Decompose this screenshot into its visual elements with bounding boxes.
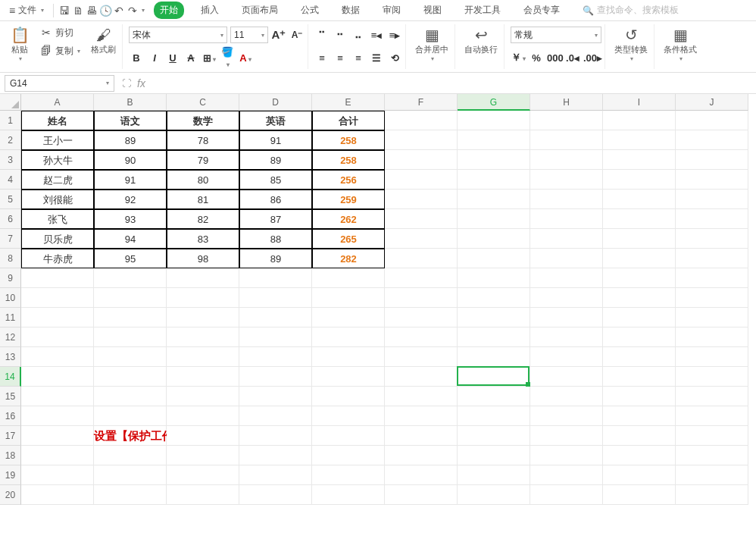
cell-B8[interactable]: 95 — [94, 249, 167, 268]
cell-G10[interactable] — [458, 288, 530, 308]
cell-C9[interactable] — [167, 268, 239, 288]
cell-E4[interactable]: 256 — [312, 170, 385, 190]
cell-H7[interactable] — [530, 229, 603, 249]
cell-B19[interactable] — [94, 465, 167, 485]
cell-B17[interactable]: 设置【保护工作表】 — [94, 426, 167, 446]
cond-format-button[interactable]: ▦ 条件格式▾ — [661, 24, 700, 64]
cell-G12[interactable] — [458, 327, 530, 347]
align-middle-button[interactable]: ⠒ — [333, 30, 348, 41]
cell-G13[interactable] — [458, 347, 530, 367]
cell-A5[interactable]: 刘很能 — [21, 190, 94, 209]
cell-I10[interactable] — [603, 288, 676, 308]
cell-G11[interactable] — [458, 308, 530, 327]
cell-E1[interactable]: 合计 — [312, 111, 385, 130]
cell-I18[interactable] — [603, 446, 676, 465]
cell-C16[interactable] — [167, 406, 239, 426]
tab-插入[interactable]: 插入 — [195, 2, 225, 19]
preview-icon[interactable]: 🕓 — [99, 5, 111, 17]
strike-button[interactable]: A — [183, 52, 198, 64]
cell-J6[interactable] — [676, 209, 748, 229]
align-bottom-button[interactable]: ⠤ — [351, 30, 366, 41]
cell-E9[interactable] — [312, 268, 385, 288]
cell-A15[interactable] — [21, 387, 94, 406]
cell-C5[interactable]: 81 — [167, 190, 239, 209]
cell-J19[interactable] — [676, 465, 748, 485]
cell-C11[interactable] — [167, 308, 239, 327]
cell-A19[interactable] — [21, 465, 94, 485]
cell-A13[interactable] — [21, 347, 94, 367]
cell-C15[interactable] — [167, 387, 239, 406]
cell-I4[interactable] — [603, 170, 676, 190]
cell-D2[interactable]: 91 — [239, 130, 312, 150]
justify-button[interactable]: ☰ — [369, 52, 384, 64]
dec-dec-button[interactable]: .00▸ — [583, 52, 598, 64]
col-header-H[interactable]: H — [530, 94, 603, 111]
align-center-button[interactable]: ≡ — [333, 52, 348, 64]
cell-F11[interactable] — [385, 308, 458, 327]
chevron-down-icon[interactable]: ▾ — [142, 7, 145, 14]
cell-I17[interactable] — [603, 426, 676, 446]
cell-E14[interactable] — [312, 367, 385, 387]
align-left-button[interactable]: ≡ — [314, 52, 330, 64]
cell-B7[interactable]: 94 — [94, 229, 167, 249]
cell-I3[interactable] — [603, 150, 676, 170]
cell-H1[interactable] — [530, 111, 603, 130]
cell-G15[interactable] — [458, 387, 530, 406]
cell-H12[interactable] — [530, 327, 603, 347]
cell-H13[interactable] — [530, 347, 603, 367]
cell-A18[interactable] — [21, 446, 94, 465]
cell-F3[interactable] — [385, 150, 458, 170]
cell-J9[interactable] — [676, 268, 748, 288]
cell-D4[interactable]: 85 — [239, 170, 312, 190]
cell-B13[interactable] — [94, 347, 167, 367]
cell-D12[interactable] — [239, 327, 312, 347]
currency-button[interactable]: ￥▾ — [511, 51, 526, 64]
cell-E12[interactable] — [312, 327, 385, 347]
cell-A2[interactable]: 王小一 — [21, 130, 94, 150]
cell-F16[interactable] — [385, 406, 458, 426]
cell-D11[interactable] — [239, 308, 312, 327]
cell-H14[interactable] — [530, 367, 603, 387]
col-header-E[interactable]: E — [312, 94, 385, 111]
cell-J15[interactable] — [676, 387, 748, 406]
row-header-19[interactable]: 19 — [0, 465, 21, 485]
cell-C12[interactable] — [167, 327, 239, 347]
cell-B5[interactable]: 92 — [94, 190, 167, 209]
cell-C17[interactable] — [167, 426, 239, 446]
cell-C6[interactable]: 82 — [167, 209, 239, 229]
tab-公式[interactable]: 公式 — [295, 2, 325, 19]
cell-D7[interactable]: 88 — [239, 229, 312, 249]
cell-F13[interactable] — [385, 347, 458, 367]
cell-B4[interactable]: 91 — [94, 170, 167, 190]
cell-C19[interactable] — [167, 465, 239, 485]
cell-H15[interactable] — [530, 387, 603, 406]
tab-视图[interactable]: 视图 — [417, 2, 448, 19]
cell-B11[interactable] — [94, 308, 167, 327]
row-header-7[interactable]: 7 — [0, 229, 21, 249]
row-header-20[interactable]: 20 — [0, 485, 21, 505]
cell-B18[interactable] — [94, 446, 167, 465]
row-header-13[interactable]: 13 — [0, 347, 21, 367]
cell-F20[interactable] — [385, 485, 458, 505]
row-header-17[interactable]: 17 — [0, 426, 21, 446]
font-color-button[interactable]: A▾ — [238, 52, 253, 64]
cell-E15[interactable] — [312, 387, 385, 406]
cell-J1[interactable] — [676, 111, 748, 130]
paste-button[interactable]: 📋 粘贴▾ — [8, 24, 32, 69]
cell-D3[interactable]: 89 — [239, 150, 312, 170]
border-button[interactable]: ⊞▾ — [201, 52, 217, 64]
cell-E6[interactable]: 262 — [312, 209, 385, 229]
cell-J10[interactable] — [676, 288, 748, 308]
fullscreen-icon[interactable]: ⛶ — [122, 78, 131, 89]
cell-G5[interactable] — [458, 190, 530, 209]
cell-G9[interactable] — [458, 268, 530, 288]
col-header-B[interactable]: B — [94, 94, 167, 111]
cell-H16[interactable] — [530, 406, 603, 426]
tab-开发工具[interactable]: 开发工具 — [458, 2, 507, 19]
row-header-3[interactable]: 3 — [0, 150, 21, 170]
col-header-C[interactable]: C — [167, 94, 239, 111]
cell-J18[interactable] — [676, 446, 748, 465]
format-painter-button[interactable]: 🖌 格式刷 — [88, 24, 119, 69]
cell-D6[interactable]: 87 — [239, 209, 312, 229]
cell-H5[interactable] — [530, 190, 603, 209]
